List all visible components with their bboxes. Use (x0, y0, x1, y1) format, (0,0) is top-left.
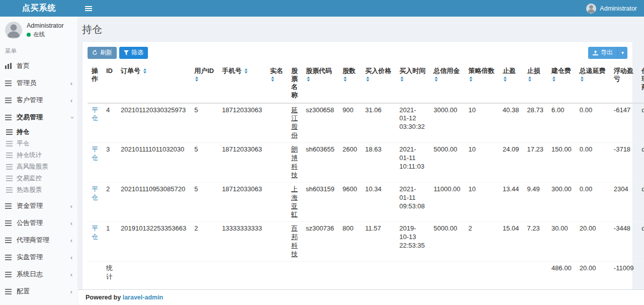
sidebar-item[interactable]: 系统日志‹ (0, 266, 77, 283)
sidebar-item-label: 公告管理 (17, 218, 43, 227)
table-cell: 9.49 (523, 182, 548, 222)
stock-name-link[interactable]: 朗博科技 (291, 145, 298, 179)
sidebar-subitem[interactable]: 持仓统计 (0, 149, 77, 161)
sort-icon[interactable] (504, 77, 507, 82)
column-header: 策略倍数 (464, 64, 499, 103)
column-header: 买入时间 (395, 64, 430, 103)
summary-cell (117, 261, 190, 283)
list-icon (5, 203, 12, 209)
powered-by-label: Powered by (86, 294, 121, 301)
main-area: 持仓 刷新 筛选 (78, 17, 644, 305)
filter-button[interactable]: 筛选 (119, 47, 148, 59)
stock-name-link[interactable]: 延江股份 (291, 106, 298, 139)
sidebar-item[interactable]: 股票管理‹ (0, 300, 77, 305)
export-button[interactable]: 导出 (588, 47, 617, 59)
table-cell: sh603655 (302, 143, 339, 183)
table-cell: 0.00 (576, 182, 610, 222)
column-header: 实名 (266, 64, 287, 103)
close-position-link[interactable]: 平仓 (92, 185, 98, 201)
table-cell (266, 103, 287, 143)
table-cell: 31.06 (361, 103, 395, 143)
sort-icon[interactable] (581, 77, 584, 82)
close-position-link[interactable]: 平仓 (92, 145, 98, 162)
close-position-link[interactable]: 平仓 (92, 224, 98, 241)
summary-cell (302, 261, 339, 283)
sort-icon[interactable] (245, 68, 248, 73)
summary-cell (361, 261, 395, 283)
sidebar-item-label: 系统日志 (17, 270, 43, 279)
summary-cell (523, 261, 548, 283)
user-avatar (586, 4, 596, 14)
table-cell: daili (637, 103, 644, 143)
sort-icon[interactable] (552, 77, 555, 82)
sidebar-subitem-label: 热选股票 (17, 186, 42, 194)
sort-icon[interactable] (435, 77, 438, 82)
sidebar-subitem[interactable]: 热选股票 (0, 184, 77, 196)
sidebar-subitem-label: 平仓 (17, 139, 29, 148)
summary-cell: 统计 (102, 261, 117, 283)
sidebar-item[interactable]: 客户管理‹ (0, 92, 77, 109)
chevron-left-icon: ‹ (70, 254, 72, 261)
close-position-link[interactable]: 平仓 (92, 106, 98, 122)
stock-name-link[interactable]: 上海亚虹 (291, 185, 298, 218)
laravel-admin-link[interactable]: laravel-admin (123, 294, 164, 301)
sidebar-item[interactable]: 配置‹ (0, 283, 77, 300)
sort-icon[interactable] (271, 77, 274, 82)
export-icon (593, 50, 598, 55)
sidebar-toggle-button[interactable] (78, 0, 99, 17)
summary-cell: 486.00 (547, 261, 576, 283)
column-header: 代理商 (637, 64, 644, 103)
sort-icon[interactable] (366, 77, 369, 82)
table-cell: 6.00 (547, 103, 576, 143)
table-cell: 3000.00 (430, 103, 464, 143)
sidebar-item[interactable]: 代理商管理‹ (0, 232, 77, 249)
table-cell: 18.63 (361, 143, 395, 183)
sidebar-item[interactable]: 管理员‹ (0, 74, 77, 92)
sort-icon[interactable] (528, 77, 531, 82)
user-menu[interactable]: Administrator (579, 0, 644, 17)
chevron-left-icon: ‹ (70, 203, 72, 209)
sidebar-subitem[interactable]: 持仓 (0, 126, 77, 138)
positions-table: 操作ID订单号 用户ID 手机号 实名 股票名称股票代码 股数 买入价格 买入时… (88, 64, 644, 284)
column-header: 手机号 (218, 64, 266, 103)
sidebar-item[interactable]: 交易管理‹ (0, 109, 77, 126)
table-cell: 2 (102, 182, 117, 222)
table-cell: 2 (464, 222, 499, 262)
sidebar-subitem[interactable]: 高风险股票 (0, 161, 77, 173)
summary-cell (395, 261, 430, 283)
sidebar-item[interactable]: 资金管理‹ (0, 197, 77, 214)
sidebar-item[interactable]: 首页 (0, 57, 77, 74)
table-cell: 900 (339, 103, 361, 143)
page-title: 持仓 (82, 23, 633, 36)
sort-icon[interactable] (400, 77, 404, 82)
table-cell: 40.38 (499, 103, 523, 143)
table-cell: 201910132253353663 (117, 222, 190, 262)
menu-section-label: 菜单 (0, 44, 77, 57)
table-row: 平仓2202101110953085720518712033063上海亚虹sh6… (88, 182, 644, 222)
list-icon (5, 220, 12, 226)
hamburger-icon (85, 6, 92, 12)
sidebar-item[interactable]: 实盘管理‹ (0, 249, 77, 266)
sort-icon[interactable] (469, 77, 472, 82)
stock-name-link[interactable]: 百邦科技 (291, 224, 298, 258)
export-dropdown-button[interactable]: ▾ (617, 47, 627, 59)
sidebar-item-label: 代理商管理 (17, 236, 49, 245)
table-cell: 17.23 (523, 143, 548, 183)
refresh-button[interactable]: 刷新 (88, 47, 117, 59)
positions-table-wrap: 操作ID订单号 用户ID 手机号 实名 股票名称股票代码 股数 买入价格 买入时… (83, 64, 632, 284)
sidebar-subitem[interactable]: 平仓 (0, 138, 77, 149)
sort-icon[interactable] (307, 77, 310, 82)
table-cell: 800 (339, 222, 361, 262)
sort-icon[interactable] (143, 68, 146, 73)
sidebar-subitem[interactable]: 交易监控 (0, 173, 77, 184)
chart-icon (5, 63, 12, 69)
app-brand[interactable]: 点买系统 (0, 0, 78, 17)
table-cell: 2600 (339, 143, 361, 183)
sort-icon[interactable] (344, 77, 347, 82)
chevron-left-icon: ‹ (70, 220, 72, 226)
grid-toolbar: 刷新 筛选 导出 ▾ (83, 42, 632, 64)
column-header: 总信用金 (430, 64, 464, 103)
sort-icon[interactable] (195, 77, 198, 82)
sidebar-item[interactable]: 公告管理‹ (0, 214, 77, 232)
summary-cell: -11009 (610, 261, 638, 283)
